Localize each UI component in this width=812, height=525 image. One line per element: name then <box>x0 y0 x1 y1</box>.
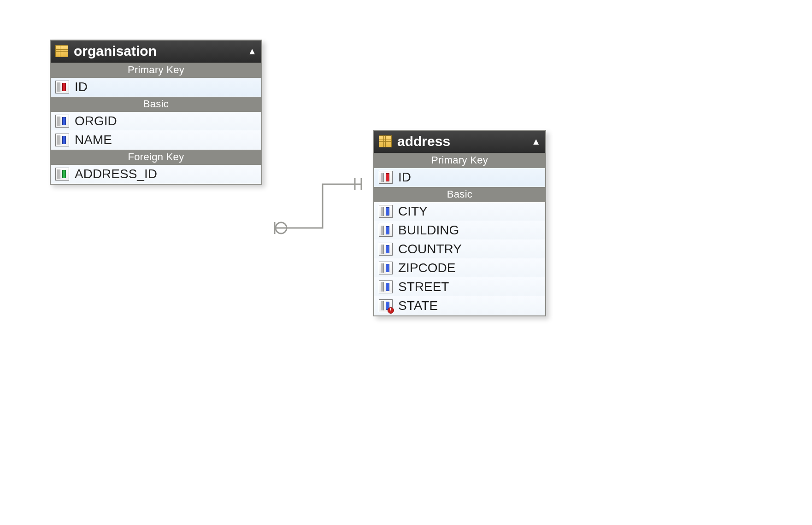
column-row[interactable]: ID <box>51 78 261 97</box>
entity-organisation[interactable]: organisation ▲ Primary Key ID Basic ORGI… <box>50 40 262 185</box>
column-name: ID <box>75 80 88 94</box>
column-basic-icon <box>379 243 393 256</box>
column-row[interactable]: ORGID <box>51 112 261 131</box>
column-row[interactable]: ADDRESS_ID <box>51 165 261 184</box>
column-basic-icon <box>379 280 393 293</box>
entity-title: address <box>397 134 531 149</box>
section-basic: Basic <box>51 97 261 112</box>
column-pk-icon <box>55 81 69 93</box>
entity-title: organisation <box>74 43 247 59</box>
column-row[interactable]: COUNTRY <box>374 240 545 259</box>
column-name: BUILDING <box>398 223 459 238</box>
column-row[interactable]: NAME <box>51 131 261 150</box>
column-name: ORGID <box>75 114 117 128</box>
collapse-icon[interactable]: ▲ <box>531 137 541 146</box>
column-row[interactable]: ID <box>374 168 545 187</box>
column-basic-icon <box>379 224 393 237</box>
entity-address[interactable]: address ▲ Primary Key ID Basic CITY BUIL… <box>373 130 546 316</box>
column-name: ID <box>398 170 411 185</box>
column-basic-icon <box>55 134 69 146</box>
column-name: ADDRESS_ID <box>75 167 157 181</box>
entity-header-address[interactable]: address ▲ <box>374 131 545 153</box>
column-name: STREET <box>398 280 449 294</box>
column-name: STATE <box>398 298 438 313</box>
erd-canvas: organisation ▲ Primary Key ID Basic ORGI… <box>0 0 812 525</box>
column-name: CITY <box>398 204 428 219</box>
column-name: NAME <box>75 133 112 147</box>
section-primary-key: Primary Key <box>374 153 545 168</box>
section-foreign-key: Foreign Key <box>51 150 261 165</box>
column-basic-icon <box>379 262 393 274</box>
column-basic-icon <box>55 115 69 128</box>
entity-header-organisation[interactable]: organisation ▲ <box>51 41 261 63</box>
column-row[interactable]: ZIPCODE <box>374 259 545 278</box>
table-icon <box>379 135 392 147</box>
column-row[interactable]: BUILDING <box>374 221 545 240</box>
column-name: ZIPCODE <box>398 261 455 275</box>
column-pk-icon <box>379 171 393 184</box>
section-basic: Basic <box>374 187 545 202</box>
column-basic-icon <box>379 205 393 218</box>
column-fk-icon <box>55 168 69 181</box>
column-row[interactable]: CITY <box>374 202 545 221</box>
column-row[interactable]: STREET <box>374 278 545 297</box>
column-basic-icon <box>379 299 393 312</box>
column-name: COUNTRY <box>398 242 462 257</box>
table-icon <box>55 45 68 57</box>
svg-point-0 <box>276 222 287 233</box>
column-row[interactable]: STATE <box>374 297 545 315</box>
section-primary-key: Primary Key <box>51 63 261 78</box>
collapse-icon[interactable]: ▲ <box>247 47 257 56</box>
